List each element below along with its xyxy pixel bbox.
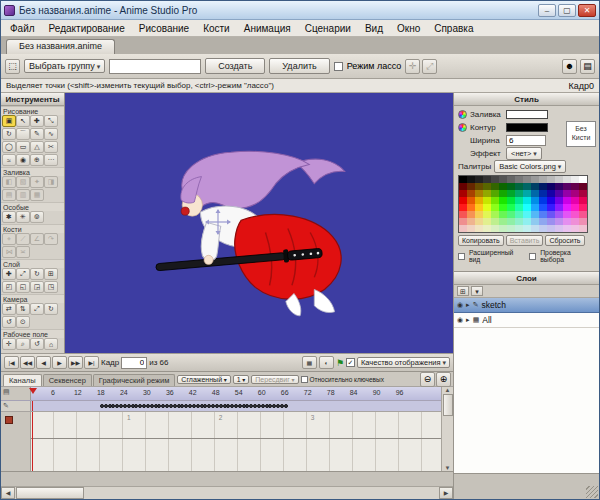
palette-swatch[interactable] — [523, 225, 531, 232]
palette-swatch[interactable] — [563, 176, 571, 183]
palette-swatch[interactable] — [499, 218, 507, 225]
palette-swatch[interactable] — [459, 218, 467, 225]
interpolation-dropdown[interactable]: Сглаженный — [177, 375, 230, 384]
create-button[interactable]: Создать — [205, 58, 265, 74]
playback-icon[interactable]: ▦ — [302, 356, 317, 369]
palette-swatch[interactable] — [563, 218, 571, 225]
palette-swatch[interactable] — [555, 190, 563, 197]
palette-swatch[interactable] — [563, 190, 571, 197]
palette-swatch[interactable] — [507, 204, 515, 211]
selection-check-checkbox[interactable] — [529, 253, 536, 260]
tool-button[interactable]: ✚ — [30, 115, 44, 127]
tool-button[interactable]: ≈ — [2, 154, 16, 166]
palette-swatch[interactable] — [467, 197, 475, 204]
palette-swatch[interactable] — [563, 183, 571, 190]
tool-button[interactable]: ⌕ — [16, 338, 30, 350]
relative-keys-checkbox[interactable] — [301, 376, 308, 383]
scroll-thumb[interactable] — [443, 394, 453, 416]
palette-swatch[interactable] — [459, 176, 467, 183]
tool-button[interactable]: ↺ — [2, 316, 16, 328]
group-name-input[interactable] — [109, 59, 201, 74]
palette-swatch[interactable] — [467, 225, 475, 232]
brush-preview-button[interactable]: Без Кисти — [566, 121, 596, 147]
playback-button[interactable]: ▶| — [84, 356, 99, 369]
palette-swatch[interactable] — [467, 211, 475, 218]
cycles-dropdown[interactable]: 1 — [233, 375, 250, 384]
palette-swatch[interactable] — [523, 211, 531, 218]
palette-swatch[interactable] — [523, 176, 531, 183]
palette-swatch[interactable] — [547, 218, 555, 225]
palette-swatch[interactable] — [459, 204, 467, 211]
palette-swatch[interactable] — [547, 211, 555, 218]
palette-swatch[interactable] — [507, 211, 515, 218]
palette-swatch[interactable] — [459, 225, 467, 232]
palette-swatch[interactable] — [491, 225, 499, 232]
palette-swatch[interactable] — [475, 225, 483, 232]
palette-swatch[interactable] — [531, 204, 539, 211]
palette-swatch[interactable] — [499, 211, 507, 218]
palette-swatch[interactable] — [539, 218, 547, 225]
stroke-color-wheel-icon[interactable] — [458, 123, 467, 132]
palette-swatch[interactable] — [531, 190, 539, 197]
select-mode-icon[interactable]: ⬚ — [5, 59, 20, 74]
flag-icon[interactable]: ⚑ — [336, 358, 344, 368]
palette-swatch[interactable] — [563, 211, 571, 218]
palette-swatch[interactable] — [563, 225, 571, 232]
palette-swatch[interactable] — [515, 197, 523, 204]
tool-button[interactable]: ▣ — [2, 115, 16, 127]
playback-icon[interactable]: ◐ — [319, 356, 334, 369]
palette-swatch[interactable] — [483, 176, 491, 183]
tool-button[interactable]: ◱ — [16, 281, 30, 293]
playback-button[interactable]: |◀ — [4, 356, 19, 369]
palette-swatch[interactable] — [571, 197, 579, 204]
tool-button[interactable]: ∿ — [44, 128, 58, 140]
quality-checkbox[interactable]: ✓ — [346, 358, 355, 367]
palette-swatch[interactable] — [571, 190, 579, 197]
palette-swatch[interactable] — [531, 176, 539, 183]
playback-button[interactable]: ▶▶ — [68, 356, 83, 369]
effect-dropdown[interactable]: <нет> — [506, 147, 542, 160]
palette-swatch[interactable] — [515, 183, 523, 190]
palette-swatch[interactable] — [515, 204, 523, 211]
tool-button[interactable]: ⊞ — [44, 268, 58, 280]
palette-swatch[interactable] — [547, 176, 555, 183]
palette-swatch[interactable] — [531, 211, 539, 218]
tool-button[interactable]: ✱ — [2, 211, 16, 223]
palette-swatch[interactable] — [475, 183, 483, 190]
palette-swatch[interactable] — [459, 197, 467, 204]
palette-swatch[interactable] — [539, 211, 547, 218]
palette-swatch[interactable] — [547, 197, 555, 204]
tool-button[interactable]: ⋯ — [44, 154, 58, 166]
tool-button[interactable]: ↖ — [16, 115, 30, 127]
palette-swatch[interactable] — [467, 176, 475, 183]
timeline-zoom-icon[interactable]: ⊕ — [436, 372, 451, 387]
menu-item-0[interactable]: Файл — [3, 22, 42, 35]
palette-swatch[interactable] — [547, 225, 555, 232]
tool-button[interactable]: ↻ — [30, 268, 44, 280]
timeline-tab-1[interactable]: Секвенсер — [43, 374, 92, 386]
playback-button[interactable]: ◀ — [36, 356, 51, 369]
scroll-left-icon[interactable]: ◀ — [1, 487, 15, 499]
menu-item-3[interactable]: Кости — [196, 22, 237, 35]
palette-swatch[interactable] — [515, 190, 523, 197]
tool-button[interactable]: ⇄ — [2, 303, 16, 315]
tool-button[interactable]: ⊚ — [30, 211, 44, 223]
canvas[interactable] — [65, 93, 453, 353]
tool-button[interactable]: ✛ — [2, 338, 16, 350]
palette-swatch[interactable] — [555, 211, 563, 218]
tool-button[interactable]: ◳ — [44, 281, 58, 293]
advanced-view-checkbox[interactable] — [458, 253, 465, 260]
menu-item-6[interactable]: Вид — [358, 22, 390, 35]
palette-swatch[interactable] — [579, 197, 587, 204]
scroll-up-icon[interactable]: ▲ — [445, 387, 451, 393]
display-quality-dropdown[interactable]: Качество отображения — [357, 357, 450, 368]
palette-swatch[interactable] — [523, 183, 531, 190]
palette-swatch[interactable] — [539, 225, 547, 232]
tool-button[interactable]: ✂ — [44, 141, 58, 153]
document-tab[interactable]: Без названия.anime — [6, 39, 115, 54]
palette-swatch[interactable] — [515, 211, 523, 218]
palette-swatch[interactable] — [515, 225, 523, 232]
palette-swatch[interactable] — [467, 204, 475, 211]
tool-button[interactable]: ◯ — [2, 141, 16, 153]
fill-color-wheel-icon[interactable] — [458, 110, 467, 119]
